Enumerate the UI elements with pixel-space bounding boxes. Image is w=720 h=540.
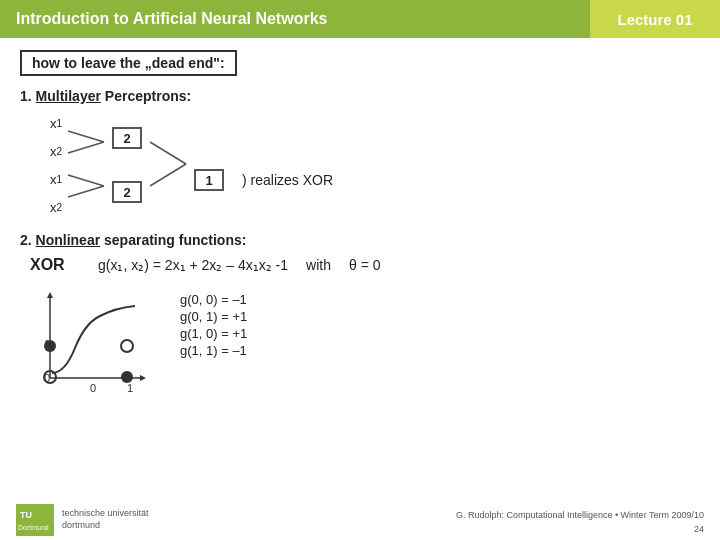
g-value-2: g(1, 0) = +1 (180, 326, 247, 341)
svg-line-5 (150, 164, 186, 186)
header-title: Introduction to Artificial Neural Networ… (0, 0, 590, 38)
input-x1b: x1 (50, 168, 62, 190)
g-value-1: g(0, 1) = +1 (180, 309, 247, 324)
xor-label: XOR (30, 256, 80, 274)
section2-label: 2. Nonlinear separating functions: (20, 232, 700, 248)
input-arrows (66, 120, 106, 210)
footer-uni-text: technische universität dortmund (62, 508, 149, 531)
g-values: g(0, 0) = –1 g(0, 1) = +1 g(1, 0) = +1 g… (180, 292, 247, 358)
section1-underline: Multilayer (36, 88, 101, 104)
output-val: 1 (205, 173, 212, 188)
realizes-label: ) realizes XOR (242, 172, 333, 188)
neuron2: 2 (112, 181, 142, 203)
input-x1a: x1 (50, 112, 62, 134)
section1-label: 1. Multilayer Perceptrons: (20, 88, 700, 104)
realizes-text: ) realizes XOR (242, 172, 333, 188)
plot-svg: 0 1 0 1 (30, 288, 150, 398)
lecture-text: Lecture 01 (617, 11, 692, 28)
section-box: how to leave the „dead end": (20, 50, 237, 76)
svg-point-15 (121, 340, 133, 352)
section1: 1. Multilayer Perceptrons: x1 x2 x1 x2 (20, 88, 700, 218)
g-value-3: g(1, 1) = –1 (180, 343, 247, 358)
svg-text:TU: TU (20, 510, 32, 520)
svg-line-0 (68, 131, 104, 142)
svg-text:1: 1 (127, 382, 133, 394)
theta-text: θ = 0 (349, 257, 381, 273)
neuron1: 2 (112, 127, 142, 149)
input-x2a: x2 (50, 140, 62, 162)
section1-number: 1. (20, 88, 32, 104)
plot-area: 0 1 0 1 g(0, 0) = –1 g(0, 1) = +1 g(1, 0 (30, 288, 700, 398)
svg-point-14 (44, 340, 56, 352)
svg-line-2 (68, 175, 104, 186)
tu-logo: TU Dortmund (16, 504, 54, 536)
svg-text:Dortmund: Dortmund (18, 524, 49, 531)
section-box-label: how to leave the „dead end": (32, 55, 225, 71)
section2-rest: separating functions: (100, 232, 246, 248)
svg-marker-8 (140, 375, 146, 381)
xor-row: XOR g(x₁, x₂) = 2x₁ + 2x₂ – 4x₁x₂ -1 wit… (30, 256, 700, 274)
footer-credit: G. Rudolph: Computational Intelligence •… (456, 509, 704, 523)
uni-line1: technische universität (62, 508, 149, 520)
input-x2b: x2 (50, 196, 62, 218)
svg-rect-18 (16, 504, 54, 536)
footer-left: TU Dortmund technische universität dortm… (16, 504, 149, 536)
title-text: Introduction to Artificial Neural Networ… (16, 10, 327, 28)
footer-right: G. Rudolph: Computational Intelligence •… (456, 509, 704, 536)
svg-line-4 (150, 142, 186, 164)
with-text: with (306, 257, 331, 273)
neuron2-val: 2 (123, 185, 130, 200)
input-labels: x1 x2 x1 x2 (50, 112, 62, 218)
output-layer: 1 (190, 169, 224, 191)
svg-marker-9 (47, 292, 53, 298)
footer-page: 24 (456, 523, 704, 537)
section2-number: 2. (20, 232, 32, 248)
section1-rest: Perceptrons: (101, 88, 191, 104)
svg-text:0: 0 (90, 382, 96, 394)
content: how to leave the „dead end": 1. Multilay… (0, 38, 720, 408)
formula-text: g(x₁, x₂) = 2x₁ + 2x₂ – 4x₁x₂ -1 (98, 257, 288, 273)
header-lecture: Lecture 01 (590, 0, 720, 38)
neuron1-val: 2 (123, 131, 130, 146)
g-value-0: g(0, 0) = –1 (180, 292, 247, 307)
svg-line-3 (68, 186, 104, 197)
footer: TU Dortmund technische universität dortm… (0, 500, 720, 540)
header: Introduction to Artificial Neural Networ… (0, 0, 720, 38)
svg-line-1 (68, 142, 104, 153)
svg-point-17 (121, 371, 133, 383)
hidden-layer: 2 2 (112, 127, 142, 203)
section2: 2. Nonlinear separating functions: XOR g… (20, 232, 700, 398)
nn-diagram: x1 x2 x1 x2 2 2 (50, 112, 700, 218)
uni-line2: dortmund (62, 520, 149, 532)
output-neuron: 1 (194, 169, 224, 191)
hidden-output-arrows (148, 120, 188, 210)
section2-underline: Nonlinear (36, 232, 101, 248)
